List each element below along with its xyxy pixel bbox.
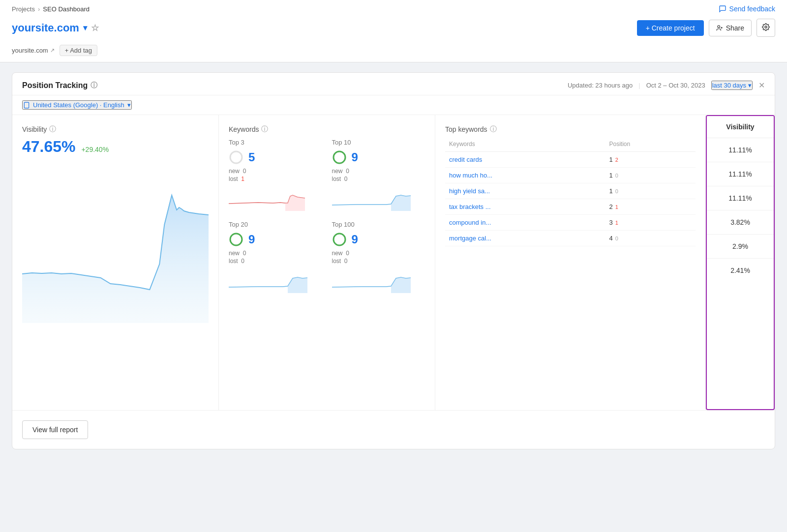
updated-text: Updated: 23 hours ago bbox=[568, 82, 633, 89]
kw-top100-label: Top 100 bbox=[332, 221, 425, 228]
visibility-label: Visibility ⓘ bbox=[22, 125, 209, 134]
kw-top20-lost: lost 0 bbox=[229, 258, 322, 265]
kw-top100-chart bbox=[332, 268, 425, 293]
site-name[interactable]: yoursite.com bbox=[12, 22, 79, 34]
kw-group-top3: Top 3 5 new 0 lost 1 bbox=[229, 139, 322, 211]
visibility-change: +29.40% bbox=[81, 146, 109, 153]
add-tag-button[interactable]: + Add tag bbox=[60, 45, 97, 56]
card-body: Visibility ⓘ 47.65% +29.40% bbox=[12, 115, 775, 410]
position-cell: 2 1 bbox=[605, 199, 696, 215]
kw-top20-circle-icon bbox=[229, 232, 243, 247]
position-tracking-card: Position Tracking ⓘ Updated: 23 hours ag… bbox=[12, 72, 775, 449]
kw-top3-circle-icon bbox=[229, 150, 243, 165]
svg-point-0 bbox=[718, 25, 720, 28]
kw-top100-lost: lost 0 bbox=[332, 258, 425, 265]
position-cell: 4 0 bbox=[605, 231, 696, 246]
top-keywords-label: Top keywords ⓘ bbox=[445, 125, 696, 134]
svg-point-10 bbox=[333, 234, 345, 245]
breadcrumb: Projects › SEO Dashboard bbox=[12, 5, 90, 13]
visibility-section: Visibility ⓘ 47.65% +29.40% bbox=[12, 115, 219, 410]
date-range-text: Oct 2 – Oct 30, 2023 bbox=[646, 82, 705, 89]
card-close-button[interactable]: ✕ bbox=[758, 81, 765, 90]
keywords-info-icon[interactable]: ⓘ bbox=[261, 125, 268, 134]
position-cell: 1 0 bbox=[605, 183, 696, 199]
kw-top3-label: Top 3 bbox=[229, 139, 322, 146]
kw-top10-circle-icon bbox=[332, 150, 347, 165]
vis-col-header: Visibility bbox=[707, 116, 774, 138]
table-row: how much ho...1 0 bbox=[445, 168, 696, 183]
table-row: mortgage cal...4 0 bbox=[445, 231, 696, 246]
kw-top3-value: 5 bbox=[248, 150, 255, 164]
site-link[interactable]: yoursite.com ↗ bbox=[12, 47, 55, 54]
card-footer: View full report bbox=[12, 410, 775, 449]
position-cell: 3 1 bbox=[605, 215, 696, 231]
location-chevron-icon: ▾ bbox=[127, 101, 131, 109]
kw-top3-chart bbox=[229, 186, 322, 211]
share-icon bbox=[716, 25, 723, 31]
keyword-link[interactable]: tax brackets ... bbox=[449, 203, 491, 210]
keywords-label: Keywords ⓘ bbox=[229, 125, 425, 134]
kw-top20-chart bbox=[229, 268, 322, 293]
card-title-info-icon[interactable]: ⓘ bbox=[91, 81, 97, 90]
favorite-icon[interactable]: ☆ bbox=[91, 23, 99, 33]
card-subheader: United States (Google) · English ▾ bbox=[12, 95, 775, 115]
card-title: Position Tracking ⓘ bbox=[22, 81, 97, 90]
top-keywords-info-icon[interactable]: ⓘ bbox=[490, 125, 497, 134]
create-project-button[interactable]: + Create project bbox=[637, 20, 704, 36]
keywords-grid: Top 3 5 new 0 lost 1 bbox=[229, 139, 425, 293]
kw-top10-chart bbox=[332, 186, 425, 211]
svg-point-3 bbox=[765, 26, 767, 28]
share-button[interactable]: Share bbox=[709, 20, 752, 36]
kw-top3-new: new 0 bbox=[229, 168, 322, 175]
kw-top10-lost: lost 0 bbox=[332, 176, 425, 182]
svg-point-8 bbox=[333, 151, 345, 163]
kw-group-top10: Top 10 9 new 0 lost 0 bbox=[332, 139, 425, 211]
visibility-value: 47.65% bbox=[22, 138, 76, 155]
kw-top100-circle-icon bbox=[332, 232, 347, 247]
vis-cell: 2.41% bbox=[707, 259, 774, 282]
table-row: compound in...3 1 bbox=[445, 215, 696, 231]
kw-group-top20: Top 20 9 new 0 lost 0 bbox=[229, 221, 322, 293]
view-full-report-button[interactable]: View full report bbox=[22, 420, 88, 439]
date-range-button[interactable]: last 30 days ▾ bbox=[711, 81, 753, 90]
header-actions: + Create project Share bbox=[637, 19, 775, 37]
keyword-link[interactable]: how much ho... bbox=[449, 172, 492, 179]
visibility-chart bbox=[22, 166, 209, 323]
kw-top100-value: 9 bbox=[352, 233, 358, 246]
breadcrumb-current: SEO Dashboard bbox=[43, 5, 90, 13]
kw-top10-value: 9 bbox=[352, 150, 358, 164]
table-row: high yield sa...1 0 bbox=[445, 183, 696, 199]
position-cell: 1 0 bbox=[605, 168, 696, 183]
kw-top20-new: new 0 bbox=[229, 250, 322, 257]
card-header: Position Tracking ⓘ Updated: 23 hours ag… bbox=[12, 73, 775, 95]
site-title: yoursite.com ▾ ☆ bbox=[12, 22, 99, 34]
vis-cell: 11.11% bbox=[707, 138, 774, 162]
table-row: credit cards1 2 bbox=[445, 152, 696, 168]
settings-button[interactable] bbox=[757, 19, 775, 37]
vis-col-body: 11.11%11.11%11.11%3.82%2.9%2.41% bbox=[707, 138, 774, 282]
vis-cell: 11.11% bbox=[707, 186, 774, 210]
send-feedback-link[interactable]: Send feedback bbox=[719, 5, 775, 13]
kw-top3-lost: lost 1 bbox=[229, 176, 322, 182]
kw-top100-new: new 0 bbox=[332, 250, 425, 257]
site-dropdown-icon[interactable]: ▾ bbox=[83, 23, 87, 32]
breadcrumb-projects[interactable]: Projects bbox=[12, 5, 35, 13]
keyword-link[interactable]: credit cards bbox=[449, 156, 482, 163]
keyword-link[interactable]: high yield sa... bbox=[449, 187, 490, 195]
external-link-icon: ↗ bbox=[50, 47, 55, 54]
breadcrumb-chevron: › bbox=[38, 5, 40, 13]
location-button[interactable]: United States (Google) · English ▾ bbox=[22, 100, 132, 110]
kw-top20-value: 9 bbox=[248, 233, 255, 246]
keyword-link[interactable]: mortgage cal... bbox=[449, 235, 491, 242]
kw-top20-label: Top 20 bbox=[229, 221, 322, 228]
kw-top10-label: Top 10 bbox=[332, 139, 425, 146]
vis-cell: 11.11% bbox=[707, 162, 774, 186]
pipe-divider: | bbox=[638, 82, 640, 89]
keyword-link[interactable]: compound in... bbox=[449, 219, 491, 226]
chevron-down-icon: ▾ bbox=[748, 82, 752, 89]
visibility-info-icon[interactable]: ⓘ bbox=[49, 125, 56, 134]
card-meta: Updated: 23 hours ago | Oct 2 – Oct 30, … bbox=[568, 81, 765, 90]
top-keywords-section: Top keywords ⓘ Keywords Position credit … bbox=[435, 115, 706, 410]
gear-icon bbox=[762, 23, 770, 31]
col-header-position: Position bbox=[605, 139, 696, 152]
